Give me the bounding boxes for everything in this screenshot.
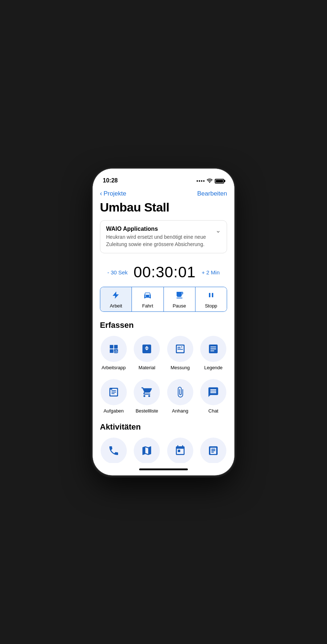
- erfassen-grid: Arbeitsrapp Material: [93, 336, 234, 379]
- erfassen-item-bestellliste[interactable]: Bestellliste: [132, 379, 162, 414]
- nav-bar: ‹ Projekte Bearbeiten: [93, 187, 234, 199]
- pause-icon: [175, 291, 184, 302]
- messung-icon-circle: [167, 336, 193, 362]
- status-icons: [197, 178, 224, 184]
- description-card[interactable]: WAIO Applications Heukran wird ersetzt u…: [100, 220, 227, 253]
- mode-button-arbeit[interactable]: Arbeit: [100, 287, 132, 311]
- mode-label-stopp: Stopp: [205, 303, 217, 309]
- back-chevron-icon: ‹: [100, 190, 102, 197]
- timer-display: 00:30:01: [133, 263, 196, 281]
- desc-card-text: WAIO Applications Heukran wird ersetzt u…: [106, 226, 213, 248]
- erfassen-item-legende[interactable]: Legende: [198, 336, 229, 370]
- mode-label-arbeit: Arbeit: [110, 303, 122, 309]
- svg-rect-0: [209, 293, 210, 297]
- aktivitaeten-grid: Anrufen Karte: [93, 438, 234, 463]
- material-icon-circle: [134, 336, 160, 362]
- arbeitsrapport-label: Arbeitsrapp: [102, 365, 126, 370]
- erfassen-item-material[interactable]: Material: [132, 336, 162, 370]
- aufgaben-icon-circle: [101, 379, 127, 405]
- home-bar: [139, 468, 188, 470]
- karte-icon-circle: [134, 438, 160, 463]
- status-time: 10:28: [103, 177, 118, 184]
- section-heading-aktivitaeten: Aktivitäten: [93, 422, 234, 438]
- decrement-button[interactable]: - 30 Sek: [108, 269, 128, 275]
- messung-label: Messung: [170, 365, 190, 370]
- signal-dots-icon: [197, 180, 205, 182]
- mode-selector: Arbeit Fahrt: [100, 287, 227, 312]
- fahrt-icon: [143, 291, 152, 302]
- erfassen-item-anhang[interactable]: Anhang: [165, 379, 195, 414]
- termine-icon-circle: [167, 438, 193, 463]
- anhang-label: Anhang: [172, 408, 188, 414]
- legende-icon-circle: [200, 336, 226, 362]
- section-heading-erfassen: Erfassen: [93, 321, 234, 336]
- mode-button-stopp[interactable]: Stopp: [195, 287, 227, 311]
- aktivitaeten-item-karte[interactable]: Karte: [132, 438, 162, 463]
- battery-icon: [215, 179, 224, 184]
- aufgaben-label: Aufgaben: [104, 408, 124, 414]
- chat-label: Chat: [209, 408, 218, 414]
- erfassen-item-aufgaben[interactable]: Aufgaben: [98, 379, 129, 414]
- timer-section: - 30 Sek 00:30:01 + 2 Min: [93, 261, 234, 287]
- legende-label: Legende: [204, 365, 223, 370]
- mode-button-fahrt[interactable]: Fahrt: [132, 287, 164, 311]
- svg-rect-4: [114, 345, 117, 349]
- wifi-icon: [207, 178, 213, 184]
- home-indicator: [93, 463, 234, 475]
- svg-rect-1: [212, 293, 213, 297]
- svg-rect-3: [110, 345, 113, 349]
- erfassen-grid-2: Aufgaben Bestellliste: [93, 379, 234, 422]
- back-label: Projekte: [104, 190, 126, 197]
- arbeit-icon: [112, 291, 120, 302]
- main-content: ‹ Projekte Bearbeiten Umbau Stall WAIO A…: [93, 187, 234, 463]
- svg-rect-16: [110, 388, 112, 390]
- aktivitaeten-item-belege[interactable]: Belege: [198, 438, 229, 463]
- expand-chevron-icon: ⌄: [215, 226, 221, 234]
- stopp-icon: [207, 291, 215, 302]
- anrufen-icon-circle: [101, 438, 127, 463]
- increment-button[interactable]: + 2 Min: [202, 269, 220, 275]
- phone-frame: 10:28: [93, 169, 234, 475]
- company-name: WAIO Applications: [106, 226, 213, 232]
- arbeitsrapport-icon-circle: [101, 336, 127, 362]
- mode-label-pause: Pause: [173, 303, 186, 309]
- page-title: Umbau Stall: [93, 199, 234, 220]
- material-label: Material: [138, 365, 155, 370]
- erfassen-item-chat[interactable]: Chat: [198, 379, 229, 414]
- status-bar: 10:28: [93, 169, 234, 187]
- erfassen-item-arbeitsrapport[interactable]: Arbeitsrapp: [98, 336, 129, 370]
- description-body: Heukran wird ersetzt und benötigt eine n…: [106, 234, 213, 248]
- bestellliste-label: Bestellliste: [136, 408, 158, 414]
- mode-button-pause[interactable]: Pause: [164, 287, 195, 311]
- edit-button[interactable]: Bearbeiten: [197, 190, 227, 197]
- belege-icon-circle: [200, 438, 226, 463]
- chat-icon-circle: [200, 379, 226, 405]
- mode-label-fahrt: Fahrt: [142, 303, 153, 309]
- anhang-icon-circle: [167, 379, 193, 405]
- aktivitaeten-item-anrufen[interactable]: Anrufen: [98, 438, 129, 463]
- bestellliste-icon-circle: [134, 379, 160, 405]
- aktivitaeten-item-termine[interactable]: Termine: [165, 438, 195, 463]
- svg-rect-5: [110, 350, 113, 353]
- erfassen-item-messung[interactable]: Messung: [165, 336, 195, 370]
- phone-screen: 10:28: [93, 169, 234, 475]
- back-button[interactable]: ‹ Projekte: [100, 190, 126, 197]
